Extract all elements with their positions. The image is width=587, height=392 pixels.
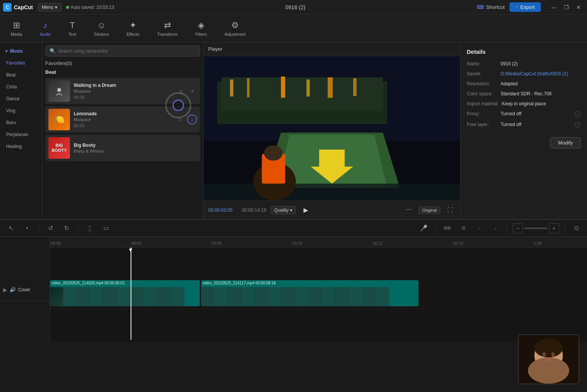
search-input[interactable] xyxy=(58,48,196,54)
sidebar-item-perjalanan[interactable]: Perjalanan xyxy=(2,129,40,140)
svg-rect-8 xyxy=(307,80,310,96)
minimize-button[interactable]: — xyxy=(549,3,559,12)
sidebar-item-cinta[interactable]: Cinta xyxy=(2,81,40,93)
logo-icon: C xyxy=(3,3,12,12)
toolbar-stickers[interactable]: ☺ Stickers xyxy=(91,19,112,38)
svg-rect-10 xyxy=(353,78,357,96)
split-button[interactable]: ⌶ xyxy=(84,222,96,234)
zoom-slider[interactable] xyxy=(524,228,547,229)
modify-button[interactable]: Modify xyxy=(550,137,581,148)
toolbar-audio[interactable]: ♪ Audio xyxy=(37,19,54,38)
undo-button[interactable]: ↺ xyxy=(44,222,56,234)
toolbar-filters[interactable]: ◈ Filters xyxy=(192,19,210,38)
search-bar[interactable]: 🔍 xyxy=(45,45,200,56)
microphone-button[interactable]: 🎤 xyxy=(418,222,430,234)
close-button[interactable]: ✕ xyxy=(573,3,584,12)
zoom-in-button[interactable]: + xyxy=(549,223,559,233)
autosave-dot xyxy=(66,6,69,9)
sidebar-item-favorites[interactable]: Favorites xyxy=(2,57,40,69)
topbar: C CapCut Menu ▾ Auto saved: 10:03:13 091… xyxy=(0,0,587,15)
audio-icon: ♪ xyxy=(43,20,48,30)
track-btn-4[interactable]: ↕ xyxy=(489,222,502,234)
svg-point-22 xyxy=(542,352,546,357)
settings-button[interactable]: ⊙ xyxy=(570,222,582,234)
quality-button[interactable]: Quality ▾ xyxy=(271,206,296,214)
sidebar-item-beat[interactable]: Beat xyxy=(2,69,40,81)
video-clip-2[interactable]: video_20220525_214117.mp4 00:00:08:18 xyxy=(201,280,418,306)
music-card-lemonade[interactable]: 🍋 Lemonade Muspace 00:59 ☆ ↓ xyxy=(45,106,200,133)
toolbar-separator-5 xyxy=(564,224,565,233)
left-panel: ▼ Music Favorites Beat Cinta Dance Vlog … xyxy=(0,42,204,219)
select-tool-button[interactable]: ↖ xyxy=(5,222,17,234)
clip-1-frames xyxy=(50,287,200,306)
music-info-lemonade: Lemonade Muspace 00:59 xyxy=(74,111,172,128)
effects-icon: ✦ xyxy=(129,20,136,30)
sidebar: ▼ Music Favorites Beat Cinta Dance Vlog … xyxy=(0,42,42,219)
favorite-btn-walking[interactable]: ☆ xyxy=(176,86,186,96)
music-thumb-walking xyxy=(48,80,70,102)
fullscreen-icon[interactable]: ⛶ xyxy=(445,205,456,216)
menu-button[interactable]: Menu ▾ xyxy=(38,3,61,12)
sidebar-item-healing[interactable]: Healing xyxy=(2,141,40,152)
window-controls: — ❐ ✕ xyxy=(549,3,584,12)
proxy-info-icon[interactable]: i xyxy=(575,111,581,117)
timeline-section: ↖ ▾ ↺ ↻ ⌶ ▭ 🎤 ⊞⊞ ⊟ ↔ ↕ − + ⊙ ▶ 🔊 xyxy=(0,219,587,342)
favorite-btn-lemonade[interactable]: ☆ xyxy=(176,115,185,124)
player-video[interactable] xyxy=(204,56,460,201)
frame xyxy=(77,287,90,306)
music-card-bigbooty[interactable]: BIGBOOTY Big Booty Bravy & Whisnu xyxy=(45,135,200,161)
sidebar-item-vlog[interactable]: Vlog xyxy=(2,105,40,116)
frame xyxy=(144,287,158,306)
svg-rect-6 xyxy=(247,78,250,98)
original-button[interactable]: Original xyxy=(419,206,440,214)
collapse-arrow-icon: ▼ xyxy=(5,49,8,53)
tracks-area: ▼ video_20220525_214020.mp4 00:00:06:01 xyxy=(50,247,587,340)
playhead[interactable]: ▼ xyxy=(131,247,131,340)
zoom-out-button[interactable]: − xyxy=(513,223,523,233)
frame xyxy=(335,287,349,306)
music-card-walking[interactable]: Walking in a Dream Muspace 00:59 ☆ ＋ xyxy=(45,78,200,104)
shortcut-button[interactable]: ⌨ Shortcut xyxy=(477,4,505,10)
sidebar-item-baru[interactable]: Baru xyxy=(2,117,40,128)
detail-import: Import material: Keep in original place xyxy=(467,101,581,106)
toolbar-text[interactable]: T Text xyxy=(65,19,79,38)
track-btn-2[interactable]: ⊟ xyxy=(457,222,469,234)
toolbar-effects[interactable]: ✦ Effects xyxy=(123,19,142,38)
shortcut-icon: ⌨ xyxy=(477,4,484,10)
autosave-indicator: Auto saved: 10:03:13 xyxy=(66,5,114,10)
frame xyxy=(349,287,362,306)
clip-2-label: video_20220525_214117.mp4 00:00:08:18 xyxy=(202,281,276,285)
waveform-icon[interactable]: 〰 xyxy=(403,205,414,216)
toolbar-separator-1 xyxy=(38,224,39,233)
download-btn-lemonade[interactable]: ↓ xyxy=(187,115,197,125)
toolbar-media[interactable]: ⊞ Media xyxy=(8,19,25,38)
svg-rect-7 xyxy=(281,76,285,98)
redo-button[interactable]: ↻ xyxy=(60,222,73,234)
svg-point-20 xyxy=(528,357,569,384)
frame xyxy=(201,287,214,306)
detail-freelayer: Free layer: Turned off i xyxy=(467,122,581,128)
toolbar-adjustment[interactable]: ⚙ Adjustment xyxy=(221,19,249,38)
svg-point-0 xyxy=(57,88,61,92)
sidebar-item-dance[interactable]: Dance xyxy=(2,93,40,105)
track-btn-1[interactable]: ⊞⊞ xyxy=(441,222,453,234)
freelayer-info-icon[interactable]: i xyxy=(575,122,581,128)
export-button[interactable]: ↑ Export xyxy=(509,2,541,12)
transitions-icon: ⇄ xyxy=(164,20,171,30)
select-dropdown-button[interactable]: ▾ xyxy=(21,222,33,234)
frame xyxy=(63,287,77,306)
timeline-main[interactable]: 00:00 00:03 00:06 00:09 00:12 00:15 1:00… xyxy=(50,237,587,342)
video-clip-1[interactable]: video_20220525_214020.mp4 00:00:06:01 xyxy=(50,280,200,306)
ruler-marks: 00:00 00:03 00:06 00:09 00:12 00:15 1:00 xyxy=(50,241,587,246)
video-frame xyxy=(204,56,460,201)
frame xyxy=(214,287,228,306)
crop-button[interactable]: ▭ xyxy=(100,222,112,234)
toolbar-transitions[interactable]: ⇄ Transitions xyxy=(154,19,181,38)
music-actions-walking: ☆ ＋ xyxy=(176,86,197,96)
add-btn-walking[interactable]: ＋ xyxy=(188,86,197,96)
stickers-icon: ☺ xyxy=(97,20,106,30)
play-button[interactable]: ▶ xyxy=(300,205,311,216)
track-btn-3[interactable]: ↔ xyxy=(473,222,486,234)
restore-button[interactable]: ❐ xyxy=(561,3,572,12)
svg-point-23 xyxy=(551,352,555,357)
